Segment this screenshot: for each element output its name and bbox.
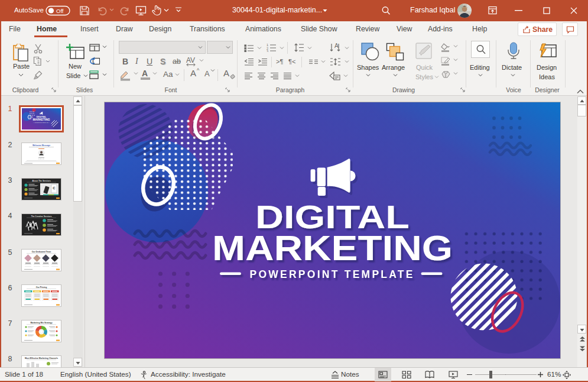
svg-text:Welcome Message: Welcome Message [33, 144, 50, 147]
svg-text:MARKETING: MARKETING [33, 118, 50, 121]
svg-text:About The Services: About The Services [32, 180, 51, 182]
svg-text:C: C [53, 186, 56, 190]
svg-text:Marketing Mix Strategy: Marketing Mix Strategy [30, 322, 52, 324]
svg-text:Our Pricing: Our Pricing [36, 286, 47, 289]
svg-text:3: 3 [267, 50, 268, 53]
svg-text:Off: Off [56, 8, 64, 14]
svg-text:The Creative Services: The Creative Services [31, 215, 51, 218]
svg-text:Our Dedicated Team: Our Dedicated Team [32, 251, 51, 253]
svg-text:MARKETING: MARKETING [212, 229, 453, 268]
svg-text:— POWERPOINT TEMPLATE —: — POWERPOINT TEMPLATE — [33, 122, 50, 123]
svg-text:A: A [334, 43, 339, 49]
svg-text:Most Effective Marketing Chann: Most Effective Marketing Channels [25, 357, 58, 360]
